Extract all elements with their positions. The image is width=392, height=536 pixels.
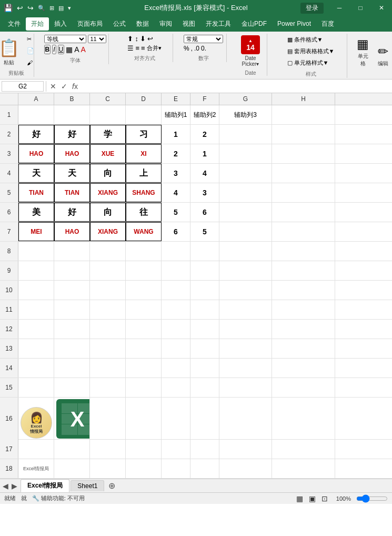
cell-H5[interactable]: [272, 183, 335, 202]
copy-button[interactable]: 📄: [24, 46, 37, 55]
cell-C17[interactable]: [90, 440, 126, 459]
cell-A12[interactable]: [18, 320, 54, 339]
minimize-button[interactable]: ─: [329, 0, 350, 16]
row-header-15[interactable]: 15: [0, 378, 18, 397]
cell-C15[interactable]: [90, 378, 126, 397]
cell-C12[interactable]: [90, 320, 126, 339]
cut-button[interactable]: ✂: [24, 35, 37, 44]
cell-G16[interactable]: [219, 398, 272, 440]
cell-F15[interactable]: [190, 378, 219, 397]
cell-C3[interactable]: XUE: [90, 144, 126, 163]
cell-A16[interactable]: 👩 Excel情报局: [18, 398, 54, 440]
cell-D11[interactable]: [126, 300, 162, 319]
cell-B18[interactable]: [54, 459, 90, 478]
cell-E17[interactable]: [162, 440, 190, 459]
cell-F2[interactable]: 2: [190, 125, 219, 144]
cell-H7[interactable]: [272, 222, 335, 241]
row-header-18[interactable]: 18: [0, 459, 18, 478]
search-icon[interactable]: 🔍: [37, 4, 46, 13]
cell-A2[interactable]: 好: [18, 125, 54, 144]
close-button[interactable]: ✕: [371, 0, 392, 16]
cell-C18[interactable]: [90, 459, 126, 478]
cell-A3[interactable]: HAO: [18, 144, 54, 163]
cell-F18[interactable]: [190, 459, 219, 478]
confirm-icon[interactable]: ✓: [59, 82, 69, 91]
cell-D9[interactable]: [126, 261, 162, 280]
cancel-icon[interactable]: ✕: [48, 82, 58, 91]
cell-H17[interactable]: [272, 440, 335, 459]
cell-D16[interactable]: [126, 398, 162, 440]
border-button[interactable]: ▦: [66, 45, 73, 54]
cell-H13[interactable]: [272, 339, 335, 358]
format-painter-button[interactable]: 🖌: [24, 58, 37, 67]
menu-page-layout[interactable]: 页面布局: [72, 17, 108, 31]
menu-formula[interactable]: 公式: [108, 17, 131, 31]
cell-H14[interactable]: [272, 359, 335, 378]
bold-button[interactable]: B: [44, 45, 51, 54]
zoom-slider[interactable]: [356, 494, 388, 503]
cell-E3[interactable]: 2: [162, 144, 190, 163]
increase-decimal-button[interactable]: .0: [194, 45, 199, 52]
cell-H6[interactable]: [272, 203, 335, 222]
align-center-button[interactable]: ≡: [135, 44, 139, 52]
cell-F17[interactable]: [190, 440, 219, 459]
cell-D3[interactable]: XI: [126, 144, 162, 163]
merge-cells-button[interactable]: 合并▾: [147, 44, 162, 52]
cell-F13[interactable]: [190, 339, 219, 358]
row-header-4[interactable]: 4: [0, 164, 18, 183]
decrease-decimal-button[interactable]: 0.: [201, 45, 206, 52]
cell-C10[interactable]: [90, 281, 126, 300]
cell-G10[interactable]: [219, 281, 272, 300]
align-top-button[interactable]: ⬆: [127, 35, 133, 43]
cell-A17[interactable]: [18, 440, 54, 459]
cell-E7[interactable]: 6: [162, 222, 190, 241]
menu-data[interactable]: 数据: [131, 17, 154, 31]
scroll-sheets-right[interactable]: ▶: [12, 482, 17, 490]
row-header-17[interactable]: 17: [0, 440, 18, 459]
row-header-12[interactable]: 12: [0, 320, 18, 339]
cell-E8[interactable]: [162, 242, 190, 261]
cell-E13[interactable]: [162, 339, 190, 358]
sheet-tab-sheet1[interactable]: Sheet1: [71, 480, 104, 491]
cell-C14[interactable]: [90, 359, 126, 378]
cell-H10[interactable]: [272, 281, 335, 300]
cell-B4[interactable]: 天: [54, 164, 90, 183]
row-header-14[interactable]: 14: [0, 359, 18, 378]
function-icon[interactable]: fx: [71, 82, 79, 91]
name-box[interactable]: [2, 81, 44, 92]
align-middle-button[interactable]: ↕: [135, 35, 138, 43]
cell-D5[interactable]: SHANG: [126, 183, 162, 202]
cell-D6[interactable]: 往: [126, 203, 162, 222]
cell-D12[interactable]: [126, 320, 162, 339]
cell-B5[interactable]: TIAN: [54, 183, 90, 202]
cell-H12[interactable]: [272, 320, 335, 339]
cell-B8[interactable]: [54, 242, 90, 261]
cell-F12[interactable]: [190, 320, 219, 339]
cell-E9[interactable]: [162, 261, 190, 280]
cell-H16[interactable]: [272, 398, 335, 440]
cell-C5[interactable]: XIANG: [90, 183, 126, 202]
cell-D18[interactable]: [126, 459, 162, 478]
cell-C13[interactable]: [90, 339, 126, 358]
cell-F8[interactable]: [190, 242, 219, 261]
cell-G14[interactable]: [219, 359, 272, 378]
cell-C11[interactable]: [90, 300, 126, 319]
cell-G12[interactable]: [219, 320, 272, 339]
row-header-6[interactable]: 6: [0, 203, 18, 222]
row-header-11[interactable]: 11: [0, 300, 18, 319]
cell-D4[interactable]: 上: [126, 164, 162, 183]
row-header-10[interactable]: 10: [0, 281, 18, 300]
font-size-select[interactable]: 11: [88, 35, 106, 43]
cell-C1[interactable]: [90, 105, 126, 124]
cell-G1[interactable]: 辅助列3: [219, 105, 272, 124]
cell-H11[interactable]: [272, 300, 335, 319]
cell-E2[interactable]: 1: [162, 125, 190, 144]
row-header-5[interactable]: 5: [0, 183, 18, 202]
cells-button[interactable]: ▦ 单元格: [354, 35, 372, 69]
conditional-format-button[interactable]: ▦ 条件格式▼: [285, 35, 337, 45]
table-format-button[interactable]: ▤ 套用表格格式▼: [285, 46, 337, 56]
cell-A4[interactable]: 天: [18, 164, 54, 183]
row-header-7[interactable]: 7: [0, 222, 18, 241]
cell-G2[interactable]: [219, 125, 272, 144]
cell-E1[interactable]: 辅助列1: [162, 105, 190, 124]
